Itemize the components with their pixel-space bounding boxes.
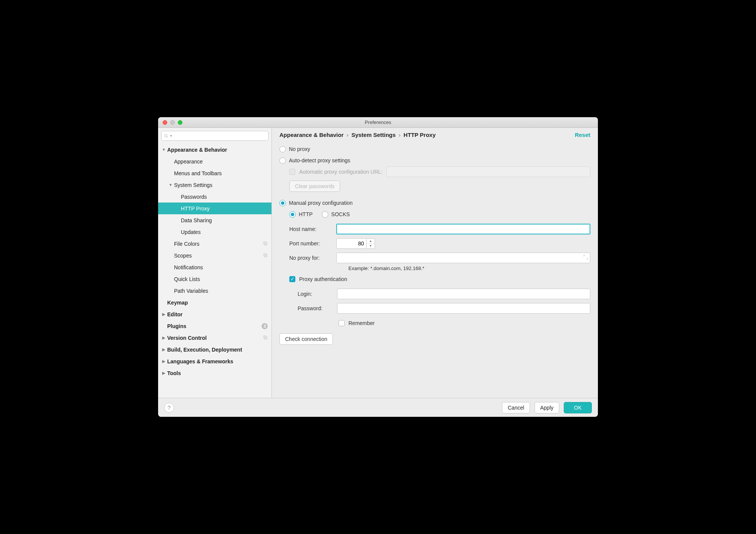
search-dropdown-icon[interactable]: ▾ [170, 134, 172, 138]
no-proxy-option[interactable]: No proxy [279, 143, 590, 155]
http-option[interactable]: HTTP [289, 209, 313, 220]
radio-icon [289, 211, 296, 218]
badge: 3 [262, 323, 268, 329]
sidebar-item-editor[interactable]: ▶Editor [158, 308, 271, 320]
example-text: Example: *.domain.com, 192.168.* [339, 265, 590, 271]
search-input[interactable]: ▾ [161, 131, 268, 141]
sidebar-item-label: Updates [181, 229, 201, 235]
search-icon [164, 134, 169, 138]
svg-line-1 [167, 137, 168, 138]
port-stepper[interactable]: ▲ ▼ [367, 238, 375, 249]
sidebar-item-updates[interactable]: Updates [158, 226, 271, 238]
host-name-input[interactable] [336, 224, 590, 234]
checkbox-icon [289, 276, 295, 282]
radio-icon [322, 211, 328, 218]
radio-icon [279, 157, 286, 164]
sidebar-item-label: Appearance [174, 159, 203, 165]
help-button[interactable]: ? [164, 403, 174, 413]
sidebar-item-label: Version Control [167, 335, 207, 341]
sidebar-item-data-sharing[interactable]: Data Sharing [158, 214, 271, 226]
sidebar: ▾ ▼Appearance & BehaviorAppearanceMenus … [158, 128, 272, 398]
chevron-right-icon: › [399, 132, 401, 138]
auto-detect-option[interactable]: Auto-detect proxy settings [279, 155, 590, 166]
crumb-http-proxy: HTTP Proxy [403, 132, 436, 138]
sidebar-item-label: Appearance & Behavior [167, 147, 227, 153]
per-project-icon [263, 253, 268, 259]
apply-button[interactable]: Apply [535, 402, 559, 413]
sidebar-item-label: System Settings [174, 182, 212, 188]
remember-label: Remember [348, 320, 375, 326]
chevron-right-icon: › [347, 132, 348, 138]
sidebar-item-label: Passwords [181, 194, 207, 200]
login-input[interactable] [337, 289, 590, 299]
sidebar-item-label: Menus and Toolbars [174, 170, 222, 176]
crumb-system-settings: System Settings [351, 132, 396, 138]
sidebar-item-path-variables[interactable]: Path Variables [158, 285, 271, 297]
clear-passwords-button: Clear passwords [289, 181, 340, 192]
radio-icon [279, 146, 286, 152]
sidebar-item-label: File Colors [174, 241, 199, 247]
port-number-input[interactable] [336, 238, 367, 249]
sidebar-item-label: HTTP Proxy [181, 206, 210, 212]
sidebar-item-build-execution-deployment[interactable]: ▶Build, Execution, Deployment [158, 344, 271, 355]
stepper-up-icon[interactable]: ▲ [367, 239, 375, 244]
sidebar-item-label: Plugins [167, 323, 187, 329]
sidebar-item-http-proxy[interactable]: HTTP Proxy [158, 203, 271, 214]
sidebar-item-quick-lists[interactable]: Quick Lists [158, 273, 271, 285]
disclosure-right-icon[interactable]: ▶ [161, 336, 166, 340]
reset-link[interactable]: Reset [575, 132, 590, 138]
host-name-label: Host name: [289, 226, 331, 232]
socks-label: SOCKS [331, 211, 350, 217]
disclosure-right-icon[interactable]: ▶ [161, 371, 166, 375]
cancel-button[interactable]: Cancel [502, 402, 530, 413]
sidebar-item-menus-and-toolbars[interactable]: Menus and Toolbars [158, 167, 271, 179]
sidebar-item-scopes[interactable]: Scopes [158, 250, 271, 261]
sidebar-item-label: Data Sharing [181, 217, 212, 223]
sidebar-item-appearance[interactable]: Appearance [158, 155, 271, 167]
sidebar-item-label: Editor [167, 311, 182, 317]
sidebar-item-label: Build, Execution, Deployment [167, 347, 242, 353]
checkbox-icon [289, 169, 295, 175]
no-proxy-for-input[interactable] [336, 253, 590, 263]
sidebar-item-notifications[interactable]: Notifications [158, 261, 271, 273]
disclosure-right-icon[interactable]: ▶ [161, 347, 166, 352]
sidebar-item-passwords[interactable]: Passwords [158, 191, 271, 203]
ok-button[interactable]: OK [564, 402, 592, 413]
sidebar-item-plugins[interactable]: Plugins3 [158, 320, 271, 332]
disclosure-right-icon[interactable]: ▶ [161, 359, 166, 363]
sidebar-item-version-control[interactable]: ▶Version Control [158, 332, 271, 344]
auto-url-input [386, 166, 590, 177]
sidebar-item-languages-frameworks[interactable]: ▶Languages & Frameworks [158, 355, 271, 367]
auto-detect-label: Auto-detect proxy settings [289, 157, 350, 163]
proxy-auth-checkbox[interactable]: Proxy authentication [279, 273, 590, 285]
svg-rect-5 [265, 254, 267, 257]
password-input[interactable] [337, 303, 590, 314]
svg-rect-4 [264, 253, 266, 256]
radio-icon [279, 200, 286, 206]
sidebar-item-label: Languages & Frameworks [167, 358, 233, 364]
login-label: Login: [298, 291, 332, 297]
proxy-auth-label: Proxy authentication [299, 276, 347, 282]
remember-checkbox[interactable]: Remember [279, 317, 590, 329]
sidebar-item-label: Quick Lists [174, 276, 200, 282]
sidebar-item-label: Tools [167, 370, 181, 376]
http-label: HTTP [299, 211, 313, 217]
sidebar-item-system-settings[interactable]: ▼System Settings [158, 179, 271, 191]
sidebar-item-appearance-behavior[interactable]: ▼Appearance & Behavior [158, 144, 271, 155]
socks-option[interactable]: SOCKS [322, 209, 350, 220]
expand-icon[interactable] [583, 254, 588, 260]
settings-tree: ▼Appearance & BehaviorAppearanceMenus an… [158, 144, 271, 398]
sidebar-item-file-colors[interactable]: File Colors [158, 238, 271, 250]
manual-proxy-option[interactable]: Manual proxy configuration [279, 197, 590, 209]
sidebar-item-tools[interactable]: ▶Tools [158, 367, 271, 379]
disclosure-down-icon[interactable]: ▼ [161, 148, 166, 152]
dialog-footer: ? Cancel Apply OK [158, 398, 598, 417]
disclosure-right-icon[interactable]: ▶ [161, 312, 166, 316]
disclosure-down-icon[interactable]: ▼ [168, 183, 173, 187]
stepper-down-icon[interactable]: ▼ [367, 244, 375, 249]
sidebar-item-label: Keymap [167, 300, 188, 306]
port-number-label: Port number: [289, 240, 331, 247]
check-connection-button[interactable]: Check connection [279, 333, 333, 345]
sidebar-item-keymap[interactable]: Keymap [158, 297, 271, 308]
search-field[interactable] [174, 133, 266, 139]
